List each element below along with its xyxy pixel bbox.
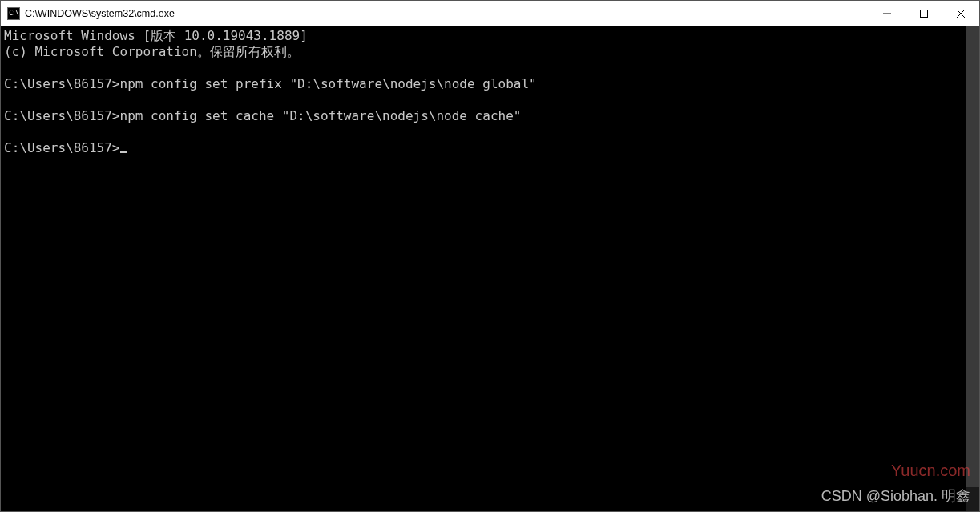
titlebar-left: C:\ C:\WINDOWS\system32\cmd.exe — [1, 7, 175, 20]
command-text: npm config set prefix "D:\software\nodej… — [120, 76, 537, 91]
close-button[interactable] — [942, 1, 979, 26]
prompt: C:\Users\86157> — [4, 108, 120, 123]
prompt: C:\Users\86157> — [4, 76, 120, 91]
window-title: C:\WINDOWS\system32\cmd.exe — [25, 8, 175, 19]
cmd-icon: C:\ — [7, 7, 20, 20]
copyright-line: (c) Microsoft Corporation。保留所有权利。 — [4, 44, 300, 59]
text-cursor — [120, 151, 127, 153]
prompt: C:\Users\86157> — [4, 140, 120, 155]
cmd-window: C:\ C:\WINDOWS\system32\cmd.exe Microsof… — [0, 0, 980, 512]
scrollbar-thumb[interactable] — [966, 26, 979, 487]
minimize-button[interactable] — [869, 1, 905, 26]
command-text: npm config set cache "D:\software\nodejs… — [120, 108, 522, 123]
window-controls — [869, 1, 979, 26]
svg-rect-1 — [921, 10, 928, 17]
terminal-output[interactable]: Microsoft Windows [版本 10.0.19043.1889] (… — [1, 26, 979, 511]
titlebar[interactable]: C:\ C:\WINDOWS\system32\cmd.exe — [1, 1, 979, 26]
maximize-button[interactable] — [905, 1, 942, 26]
vertical-scrollbar[interactable] — [966, 26, 979, 511]
version-line: Microsoft Windows [版本 10.0.19043.1889] — [4, 28, 308, 43]
